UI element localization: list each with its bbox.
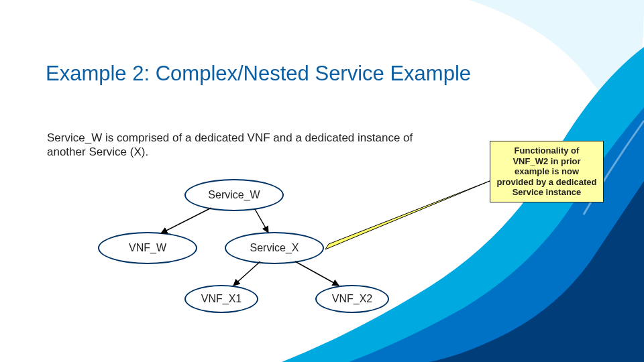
node-service-w: Service_W: [184, 179, 284, 211]
node-vnf-x2: VNF_X2: [315, 285, 389, 313]
slide-title: Example 2: Complex/Nested Service Exampl…: [46, 62, 471, 86]
svg-line-1: [255, 209, 268, 233]
svg-line-2: [233, 261, 260, 286]
svg-line-3: [295, 261, 339, 286]
svg-line-0: [161, 208, 211, 233]
node-vnf-x1: VNF_X1: [184, 285, 258, 313]
slide-description: Service_W is comprised of a dedicated VN…: [47, 131, 423, 160]
node-service-x: Service_X: [225, 232, 324, 264]
callout-note: Functionality of VNF_W2 in prior example…: [490, 141, 604, 202]
svg-marker-4: [325, 181, 490, 249]
node-vnf-w: VNF_W: [98, 232, 197, 264]
